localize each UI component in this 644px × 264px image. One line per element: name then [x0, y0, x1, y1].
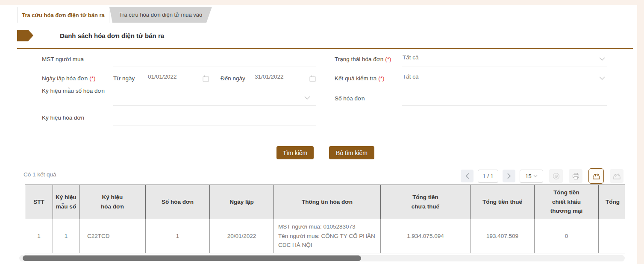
cell-ky-hieu-hoa-don: C22TCD — [79, 219, 146, 253]
results-count: Có 1 kết quả — [24, 171, 56, 178]
tu-ngay-value: 01/01/2022 — [148, 73, 177, 80]
cell-stt: 1 — [25, 219, 53, 253]
den-ngay-date-input[interactable]: 31/01/2022 — [252, 72, 318, 86]
page-size-select[interactable]: 15 — [520, 170, 543, 183]
header-tong-tien-thue: Tổng tiền thuế — [471, 185, 535, 219]
so-hoa-don-input[interactable] — [402, 91, 607, 106]
header-ky-hieu-mau-so: Ký hiệu mẫu số — [53, 185, 79, 219]
ky-hieu-hoa-don-label: Ký hiệu hóa đơn — [42, 114, 84, 121]
tu-ngay-date-input[interactable]: 01/01/2022 — [145, 72, 212, 86]
export-icon — [613, 173, 621, 180]
export-secondary-button[interactable] — [610, 169, 623, 183]
required-mark: (*) — [378, 75, 384, 82]
cell-tong-tien-thue: 193.407.509 — [471, 219, 535, 253]
pagination-toolbar: 1 / 1 15 — [461, 168, 623, 184]
header-thong-tin: Thông tin hóa đơn — [274, 185, 381, 219]
page-indicator: 1 / 1 — [478, 170, 498, 183]
cell-so-hoa-don: 1 — [146, 219, 210, 253]
cell-ky-hieu-mau-so: 1 — [53, 219, 79, 253]
page-title: Danh sách hóa đơn điện tử bán ra — [60, 32, 164, 39]
cell-chiet-khau: 0 — [535, 219, 599, 253]
ket-qua-value: Tất cả — [403, 73, 419, 80]
cell-ngay-lap: 20/01/2022 — [210, 219, 274, 253]
cell-thong-tin: MST người mua: 0105283073 Tên người mua:… — [274, 219, 381, 253]
tab-invoices-purchased[interactable]: Tra cứu hóa đơn điện tử mua vào — [109, 7, 212, 23]
print-button[interactable] — [569, 169, 582, 183]
title-bar: Danh sách hóa đơn điện tử bán ra — [17, 23, 633, 49]
search-button[interactable]: Tìm kiếm — [276, 146, 314, 159]
den-ngay-label: Đến ngày — [221, 75, 245, 82]
printer-icon — [572, 173, 579, 180]
tab-bar: Tra cứu hóa đơn điện tử bán ra Tra cứu h… — [17, 7, 212, 23]
header-chiet-khau: Tổng tiền chiết khấu thương mại — [535, 185, 599, 219]
calendar-icon[interactable] — [309, 75, 316, 82]
mst-nguoi-mua-input[interactable] — [113, 53, 316, 67]
scrollbar-thumb[interactable] — [23, 255, 361, 261]
table-header-row: STT Ký hiệu mẫu số Ký hiệu hóa đơn Số hó… — [25, 185, 625, 219]
header-tong: Tổng — [599, 185, 625, 219]
ket-qua-select[interactable]: Tất cả — [402, 72, 607, 86]
export-button[interactable] — [588, 168, 604, 184]
chevron-down-icon[interactable] — [304, 96, 310, 100]
chevron-down-icon[interactable] — [599, 57, 605, 61]
header-stt: STT — [25, 185, 53, 219]
ky-hieu-mau-so-select[interactable] — [113, 91, 316, 106]
cell-tong-tien-chua-thue: 1.934.075.094 — [381, 219, 471, 253]
buyer-mst: MST người mua: 0105283073 — [278, 222, 376, 232]
buyer-name: Tên người mua: CÔNG TY CỔ PHẦN CDC HÀ NỘ… — [278, 232, 376, 250]
tab-invoices-sold[interactable]: Tra cứu hóa đơn điện tử bán ra — [17, 7, 109, 23]
ky-hieu-mau-so-label: Ký hiệu mẫu số hóa đơn — [42, 86, 106, 97]
chevron-down-icon — [533, 175, 538, 177]
required-mark: (*) — [89, 75, 95, 82]
results-table: STT Ký hiệu mẫu số Ký hiệu hóa đơn Số hó… — [25, 185, 625, 253]
ky-hieu-hoa-don-input[interactable] — [113, 111, 316, 126]
ket-qua-label: Kết quả kiểm tra(*) — [335, 75, 385, 82]
den-ngay-value: 31/01/2022 — [255, 73, 284, 80]
mst-nguoi-mua-label: MST người mua — [42, 56, 84, 62]
chevron-left-icon — [465, 173, 469, 179]
export-icon — [592, 173, 600, 180]
clear-search-button[interactable]: Bỏ tìm kiếm — [329, 146, 374, 159]
results-table-wrapper[interactable]: STT Ký hiệu mẫu số Ký hiệu hóa đơn Số hó… — [25, 185, 625, 253]
prev-page-button[interactable] — [461, 170, 473, 182]
chevron-down-icon[interactable] — [599, 76, 605, 80]
tu-ngay-label: Từ ngày — [113, 75, 135, 82]
ngay-lap-label: Ngày lập hóa đơn(*) — [42, 75, 95, 82]
page-size-value: 15 — [525, 173, 531, 179]
page-right-strip — [637, 0, 644, 264]
search-form: MST người mua Trạng thái hóa đơn(*) Tất … — [0, 49, 637, 143]
trang-thai-value: Tất cả — [403, 54, 419, 61]
header-so-hoa-don: Số hóa đơn — [146, 185, 210, 219]
calendar-icon[interactable] — [203, 75, 209, 82]
view-disc-button[interactable] — [549, 169, 563, 183]
horizontal-scrollbar[interactable] — [19, 255, 625, 261]
disc-icon — [553, 173, 560, 180]
trang-thai-select[interactable]: Tất cả — [402, 53, 607, 67]
so-hoa-don-label: Số hóa đơn — [335, 95, 365, 102]
title-arrow-icon — [17, 30, 33, 41]
page-top-strip — [0, 0, 644, 5]
trang-thai-label: Trạng thái hóa đơn(*) — [335, 56, 391, 62]
header-ky-hieu-hoa-don: Ký hiệu hóa đơn — [79, 185, 146, 219]
table-row[interactable]: 1 1 C22TCD 1 20/01/2022 MST người mua: 0… — [25, 219, 625, 253]
chevron-right-icon — [507, 173, 511, 179]
required-mark: (*) — [385, 56, 391, 62]
next-page-button[interactable] — [503, 170, 515, 182]
cell-tong — [599, 219, 625, 253]
header-ngay-lap: Ngày lập — [210, 185, 274, 219]
header-tong-tien-chua-thue: Tổng tiền chưa thuế — [381, 185, 471, 219]
